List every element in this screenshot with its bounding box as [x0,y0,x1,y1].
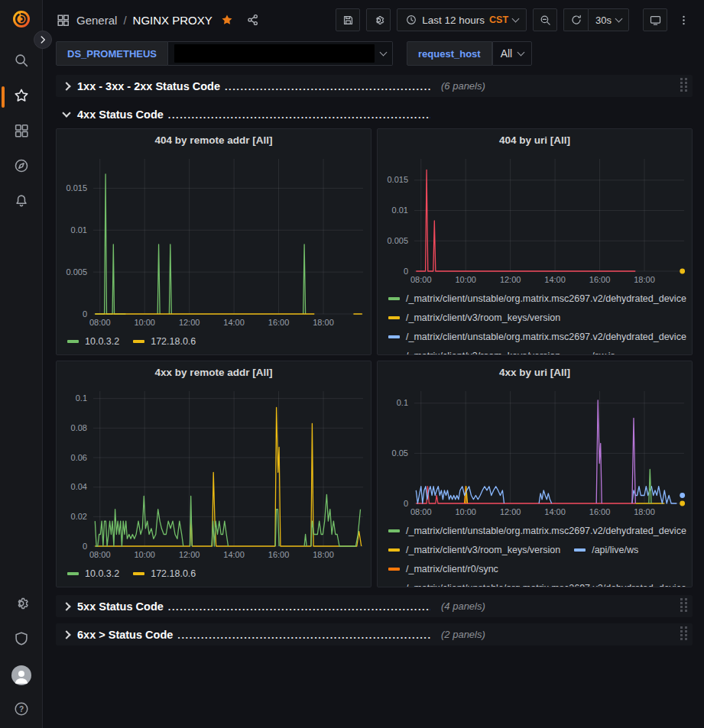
chevron-down-icon [512,15,520,23]
timeseries-chart[interactable]: 08:0010:0012:0014:0016:0018:0000.0050.01… [378,151,692,287]
svg-text:0.08: 0.08 [71,423,87,432]
legend-swatch [388,335,400,338]
chevron-down-icon [380,49,388,57]
chevron-right-icon [62,602,70,610]
kebab-menu-button[interactable] [673,8,693,31]
timeseries-chart[interactable]: 08:0010:0012:0014:0016:0018:0000.020.040… [57,383,371,562]
row-header-6xx[interactable]: 6xx > Status Code (2 panels) [56,623,693,645]
row-panel-count: (4 panels) [441,600,485,612]
dashboard-title[interactable]: NGINX PROXY [133,14,212,27]
legend-item[interactable]: /_matrix/client/unstable/org.matrix.msc2… [388,578,686,587]
legend-item[interactable]: /_matrix/client/v3/room_keys/version [388,308,560,327]
sidebar-item-starred[interactable] [0,79,43,115]
legend-item[interactable]: /_matrix/client/unstable/org.matrix.msc2… [388,521,686,540]
legend-item[interactable]: 172.18.0.6 [133,332,196,351]
legend-item[interactable]: 172.18.0.6 [133,564,196,583]
legend-label: /_matrix/client/v3/room_keys/version [406,545,560,555]
legend-swatch [133,340,144,343]
template-variables-row: DS_PROMETHEUS request_host All [44,40,704,72]
zoom-out-button[interactable] [533,8,557,31]
legend-item[interactable]: /_matrix/client/v3/room_keys/version [388,540,560,559]
navbar-actions: Last 12 hours CST 30s [336,8,693,31]
sidebar-item-alerting[interactable] [0,185,43,220]
breadcrumb-separator: / [123,14,126,27]
ds-prometheus-value-redacted [174,44,375,63]
panel-title[interactable]: 404 by uri [All] [378,129,692,151]
top-navbar: General / NGINX PROXY [44,0,704,40]
cycle-view-mode-button[interactable] [643,8,667,31]
dotted-leader [177,628,430,642]
panel-title[interactable]: 4xx by uri [All] [378,361,692,383]
drag-handle-icon[interactable] [680,626,688,644]
svg-text:0.06: 0.06 [71,453,87,462]
row-header-4xx[interactable]: 4xx Status Code [56,103,693,125]
sidebar-item-profile[interactable] [0,658,43,693]
dotted-leader [225,79,430,93]
dashboard-settings-button[interactable] [366,8,391,31]
legend-label: /_matrix/client/unstable/org.matrix.msc2… [406,526,686,536]
sidebar-item-search[interactable] [0,44,43,79]
legend-item[interactable]: 10.0.3.2 [67,332,119,351]
timeseries-chart[interactable]: 08:0010:0012:0014:0016:0018:0000.0050.01… [57,151,371,330]
legend-label: /_matrix/client/unstable/org.matrix.msc2… [406,583,686,587]
request-host-label[interactable]: request_host [407,41,492,66]
refresh-button[interactable] [563,8,588,31]
legend-swatch [388,587,400,587]
row-header-5xx[interactable]: 5xx Status Code (4 panels) [56,595,693,617]
legend-item[interactable]: 10.0.3.2 [67,564,119,583]
row-title: 4xx Status Code [77,108,164,121]
chevron-down-icon [615,15,623,23]
time-range-picker[interactable]: Last 12 hours CST [397,8,527,31]
request-host-select[interactable]: All [492,41,533,66]
sidebar-expand-button[interactable] [34,31,52,49]
time-range-label: Last 12 hours [422,15,485,26]
bell-icon [13,193,30,212]
svg-text:0.005: 0.005 [387,236,408,245]
sidebar-item-help[interactable]: ? [0,693,43,728]
legend-item[interactable]: /_matrix/client/unstable/org.matrix.msc2… [388,327,686,346]
panel-title[interactable]: 404 by remote addr [All] [57,129,371,151]
ds-prometheus-label[interactable]: DS_PROMETHEUS [56,41,168,66]
avatar [11,665,31,685]
share-icon[interactable] [246,13,260,27]
breadcrumb-section[interactable]: General [76,14,117,27]
legend-item[interactable]: /_matrix/client/r0/sync [388,559,498,578]
legend-label: /api/live/ws [592,545,638,555]
clock-icon [405,14,417,26]
svg-text:0: 0 [83,309,87,319]
timeseries-chart[interactable]: 08:0010:0012:0014:0016:0018:0000.050.1 [378,383,692,519]
grafana-logo[interactable] [10,8,33,31]
svg-text:10:00: 10:00 [455,275,476,284]
svg-text:18:00: 18:00 [313,550,334,559]
dashboard-body: 1xx - 3xx - 2xx Status Code (6 panels) 4… [44,72,704,645]
svg-text:16:00: 16:00 [268,318,290,327]
sidebar-item-server-admin[interactable] [0,623,43,658]
svg-text:0: 0 [404,499,408,508]
svg-text:0.1: 0.1 [397,398,408,407]
legend-item[interactable]: /_matrix/client/unstable/org.matrix.msc2… [388,289,686,308]
drag-handle-icon[interactable] [680,77,688,95]
panel-404-by-remote-addr: 404 by remote addr [All] 08:0010:0012:00… [56,128,371,355]
save-dashboard-button[interactable] [336,8,360,31]
chart-svg: 08:0010:0012:0014:0016:0018:0000.0050.01… [57,151,371,330]
panel-4xx-by-remote-addr: 4xx by remote addr [All] 08:0010:0012:00… [56,361,371,587]
svg-text:10:00: 10:00 [455,507,476,516]
sidebar-item-configuration[interactable] [0,587,43,623]
svg-text:0.015: 0.015 [387,175,408,184]
refresh-interval-dropdown[interactable]: 30s [588,8,629,31]
legend-item[interactable]: /_matrix/client/v3/room_keys/version [388,346,560,354]
star-icon [13,87,30,107]
panel-title[interactable]: 4xx by remote addr [All] [57,361,371,383]
row-header-1xx[interactable]: 1xx - 3xx - 2xx Status Code (6 panels) [56,75,693,97]
legend-item[interactable]: /sw.js [574,346,615,354]
sidebar-item-dashboards[interactable] [0,115,43,150]
favorite-star-icon[interactable] [220,13,234,27]
legend-item[interactable]: /api/live/ws [574,540,638,559]
svg-text:0.01: 0.01 [392,205,408,215]
legend-swatch [388,529,400,532]
drag-handle-icon[interactable] [680,597,688,616]
ds-prometheus-select[interactable] [168,41,393,66]
dashboards-grid-icon [13,122,30,142]
sidebar-item-explore[interactable] [0,150,43,185]
svg-text:14:00: 14:00 [544,275,566,284]
